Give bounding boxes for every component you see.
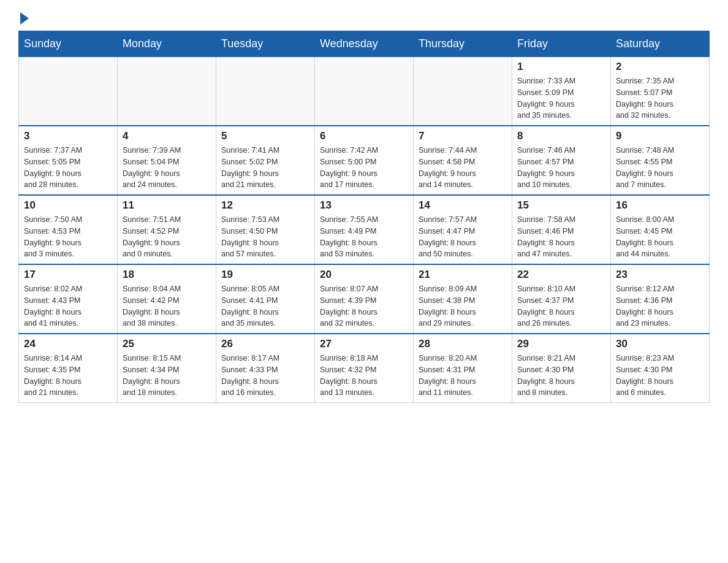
day-number: 24 [24, 338, 112, 350]
day-info: Sunrise: 8:14 AM Sunset: 4:35 PM Dayligh… [24, 353, 112, 399]
day-header-friday: Friday [512, 31, 611, 57]
calendar-day-cell: 16Sunrise: 8:00 AM Sunset: 4:45 PM Dayli… [611, 195, 710, 264]
logo-arrow-icon [20, 12, 29, 25]
calendar-day-cell: 18Sunrise: 8:04 AM Sunset: 4:42 PM Dayli… [118, 264, 216, 334]
calendar-day-cell: 25Sunrise: 8:15 AM Sunset: 4:34 PM Dayli… [118, 334, 216, 403]
calendar-day-cell: 12Sunrise: 7:53 AM Sunset: 4:50 PM Dayli… [216, 195, 315, 264]
day-info: Sunrise: 7:44 AM Sunset: 4:58 PM Dayligh… [419, 145, 507, 191]
day-number: 10 [24, 199, 112, 212]
day-number: 21 [419, 269, 507, 281]
day-number: 5 [221, 130, 309, 142]
day-info: Sunrise: 7:51 AM Sunset: 4:52 PM Dayligh… [123, 214, 211, 260]
day-info: Sunrise: 8:20 AM Sunset: 4:31 PM Dayligh… [419, 353, 507, 399]
calendar-day-cell: 1Sunrise: 7:33 AM Sunset: 5:09 PM Daylig… [512, 57, 611, 126]
calendar-day-cell: 20Sunrise: 8:07 AM Sunset: 4:39 PM Dayli… [315, 264, 414, 334]
day-header-sunday: Sunday [19, 31, 118, 57]
day-info: Sunrise: 8:18 AM Sunset: 4:32 PM Dayligh… [320, 353, 408, 399]
day-header-wednesday: Wednesday [315, 31, 414, 57]
day-info: Sunrise: 7:48 AM Sunset: 4:55 PM Dayligh… [616, 145, 704, 191]
day-number: 12 [221, 199, 309, 212]
calendar-day-cell: 7Sunrise: 7:44 AM Sunset: 4:58 PM Daylig… [414, 126, 512, 195]
day-info: Sunrise: 8:23 AM Sunset: 4:30 PM Dayligh… [616, 353, 704, 399]
day-number: 22 [517, 269, 605, 281]
calendar-day-cell: 23Sunrise: 8:12 AM Sunset: 4:36 PM Dayli… [611, 264, 710, 334]
day-info: Sunrise: 8:15 AM Sunset: 4:34 PM Dayligh… [123, 353, 211, 399]
day-info: Sunrise: 7:41 AM Sunset: 5:02 PM Dayligh… [221, 145, 309, 191]
day-number: 11 [123, 199, 211, 212]
day-info: Sunrise: 8:02 AM Sunset: 4:43 PM Dayligh… [24, 283, 112, 329]
day-header-saturday: Saturday [611, 31, 710, 57]
page-header [18, 12, 710, 25]
calendar-day-cell: 3Sunrise: 7:37 AM Sunset: 5:05 PM Daylig… [19, 126, 118, 195]
calendar-day-cell: 19Sunrise: 8:05 AM Sunset: 4:41 PM Dayli… [216, 264, 315, 334]
calendar-table: SundayMondayTuesdayWednesdayThursdayFrid… [18, 31, 710, 403]
day-info: Sunrise: 8:04 AM Sunset: 4:42 PM Dayligh… [123, 283, 211, 329]
calendar-header-row: SundayMondayTuesdayWednesdayThursdayFrid… [19, 31, 710, 57]
day-number: 28 [419, 338, 507, 350]
day-number: 17 [24, 269, 112, 281]
calendar-day-cell: 29Sunrise: 8:21 AM Sunset: 4:30 PM Dayli… [512, 334, 611, 403]
calendar-week-row: 10Sunrise: 7:50 AM Sunset: 4:53 PM Dayli… [19, 195, 710, 264]
day-number: 26 [221, 338, 309, 350]
day-number: 13 [320, 199, 408, 212]
calendar-day-cell: 27Sunrise: 8:18 AM Sunset: 4:32 PM Dayli… [315, 334, 414, 403]
day-number: 27 [320, 338, 408, 350]
day-info: Sunrise: 8:10 AM Sunset: 4:37 PM Dayligh… [517, 283, 605, 329]
day-number: 20 [320, 269, 408, 281]
day-number: 23 [616, 269, 704, 281]
day-info: Sunrise: 8:17 AM Sunset: 4:33 PM Dayligh… [221, 353, 309, 399]
calendar-day-cell: 2Sunrise: 7:35 AM Sunset: 5:07 PM Daylig… [611, 57, 710, 126]
day-number: 30 [616, 338, 704, 350]
calendar-week-row: 3Sunrise: 7:37 AM Sunset: 5:05 PM Daylig… [19, 126, 710, 195]
calendar-day-cell: 28Sunrise: 8:20 AM Sunset: 4:31 PM Dayli… [414, 334, 512, 403]
calendar-week-row: 24Sunrise: 8:14 AM Sunset: 4:35 PM Dayli… [19, 334, 710, 403]
day-number: 8 [517, 130, 605, 142]
calendar-day-cell: 10Sunrise: 7:50 AM Sunset: 4:53 PM Dayli… [19, 195, 118, 264]
day-header-tuesday: Tuesday [216, 31, 315, 57]
day-header-thursday: Thursday [414, 31, 512, 57]
day-number: 6 [320, 130, 408, 142]
day-info: Sunrise: 7:58 AM Sunset: 4:46 PM Dayligh… [517, 214, 605, 260]
day-info: Sunrise: 7:39 AM Sunset: 5:04 PM Dayligh… [123, 145, 211, 191]
day-info: Sunrise: 7:55 AM Sunset: 4:49 PM Dayligh… [320, 214, 408, 260]
day-number: 4 [123, 130, 211, 142]
day-info: Sunrise: 7:50 AM Sunset: 4:53 PM Dayligh… [24, 214, 112, 260]
calendar-day-cell [118, 57, 216, 126]
day-info: Sunrise: 8:05 AM Sunset: 4:41 PM Dayligh… [221, 283, 309, 329]
day-number: 2 [616, 61, 704, 73]
day-number: 9 [616, 130, 704, 142]
day-info: Sunrise: 7:35 AM Sunset: 5:07 PM Dayligh… [616, 75, 704, 121]
calendar-day-cell: 5Sunrise: 7:41 AM Sunset: 5:02 PM Daylig… [216, 126, 315, 195]
calendar-day-cell: 6Sunrise: 7:42 AM Sunset: 5:00 PM Daylig… [315, 126, 414, 195]
day-header-monday: Monday [118, 31, 216, 57]
calendar-day-cell: 17Sunrise: 8:02 AM Sunset: 4:43 PM Dayli… [19, 264, 118, 334]
day-number: 18 [123, 269, 211, 281]
day-number: 3 [24, 130, 112, 142]
calendar-week-row: 17Sunrise: 8:02 AM Sunset: 4:43 PM Dayli… [19, 264, 710, 334]
day-number: 19 [221, 269, 309, 281]
day-number: 1 [517, 61, 605, 73]
day-number: 15 [517, 199, 605, 212]
day-info: Sunrise: 7:37 AM Sunset: 5:05 PM Dayligh… [24, 145, 112, 191]
day-info: Sunrise: 8:12 AM Sunset: 4:36 PM Dayligh… [616, 283, 704, 329]
calendar-day-cell: 21Sunrise: 8:09 AM Sunset: 4:38 PM Dayli… [414, 264, 512, 334]
calendar-day-cell [216, 57, 315, 126]
day-info: Sunrise: 8:07 AM Sunset: 4:39 PM Dayligh… [320, 283, 408, 329]
day-info: Sunrise: 8:21 AM Sunset: 4:30 PM Dayligh… [517, 353, 605, 399]
day-number: 29 [517, 338, 605, 350]
day-info: Sunrise: 8:00 AM Sunset: 4:45 PM Dayligh… [616, 214, 704, 260]
day-number: 7 [419, 130, 507, 142]
day-info: Sunrise: 7:42 AM Sunset: 5:00 PM Dayligh… [320, 145, 408, 191]
day-info: Sunrise: 7:33 AM Sunset: 5:09 PM Dayligh… [517, 75, 605, 121]
logo [18, 12, 29, 25]
calendar-day-cell [414, 57, 512, 126]
day-info: Sunrise: 7:53 AM Sunset: 4:50 PM Dayligh… [221, 214, 309, 260]
calendar-day-cell: 9Sunrise: 7:48 AM Sunset: 4:55 PM Daylig… [611, 126, 710, 195]
calendar-day-cell: 30Sunrise: 8:23 AM Sunset: 4:30 PM Dayli… [611, 334, 710, 403]
day-number: 14 [419, 199, 507, 212]
day-number: 16 [616, 199, 704, 212]
calendar-week-row: 1Sunrise: 7:33 AM Sunset: 5:09 PM Daylig… [19, 57, 710, 126]
day-info: Sunrise: 8:09 AM Sunset: 4:38 PM Dayligh… [419, 283, 507, 329]
day-info: Sunrise: 7:57 AM Sunset: 4:47 PM Dayligh… [419, 214, 507, 260]
calendar-day-cell: 15Sunrise: 7:58 AM Sunset: 4:46 PM Dayli… [512, 195, 611, 264]
